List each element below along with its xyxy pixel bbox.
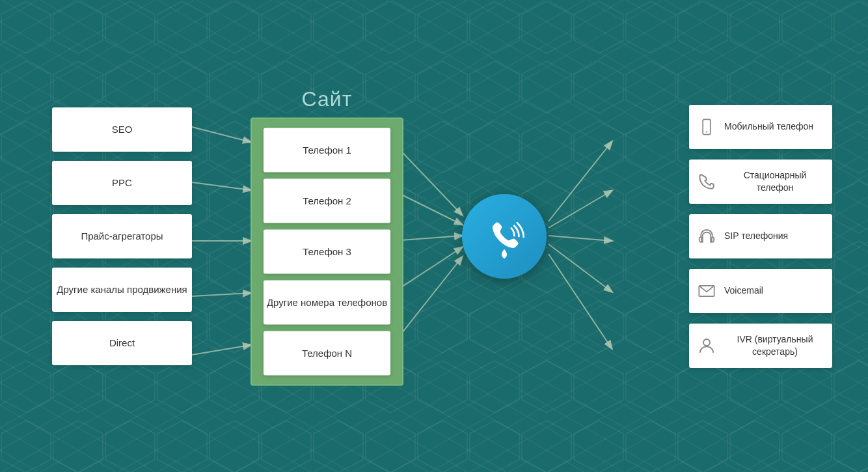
center-item-phone1: Телефон 1 [264,128,390,172]
person-icon [696,335,718,357]
right-item-landline: Стационарный телефон [689,160,832,204]
headset-icon [696,225,718,247]
svg-line-13 [549,244,612,292]
right-item-ivr: IVR (виртуальный секретарь) [689,324,832,368]
left-column: SEO PPC Прайс-агрегаторы Другие каналы п… [52,107,192,365]
site-box: Телефон 1 Телефон 2 Телефон 3 Другие ном… [251,117,403,385]
center-item-phoneN: Телефон N [264,331,390,375]
svg-line-3 [192,293,251,296]
center-item-other-phones: Другие номера телефонов [264,280,390,324]
left-item-ppc: PPC [52,161,192,205]
svg-rect-18 [711,237,712,242]
svg-line-4 [192,345,251,355]
center-item-phone3: Телефон 3 [264,229,390,273]
mail-icon [696,280,718,302]
mobile-phone-icon [696,116,718,138]
svg-line-12 [549,236,612,241]
right-item-sip: SIP телефония [689,214,832,258]
left-item-price: Прайс-агрегаторы [52,214,192,258]
right-item-voicemail: Voicemail [689,269,832,313]
svg-rect-17 [701,237,703,242]
phone-icon [481,213,528,260]
svg-line-1 [192,182,251,190]
landline-phone-icon [696,171,718,193]
center-column: Сайт Телефон 1 Телефон 2 Телефон 3 Други… [251,87,403,385]
right-column: Мобильный телефон Стационарный телефон S… [689,105,832,368]
center-item-phone2: Телефон 2 [264,178,390,223]
phone-circle-icon [462,194,547,279]
svg-point-16 [706,131,707,132]
right-item-mobile: Мобильный телефон [689,105,832,149]
site-label: Сайт [302,87,353,111]
svg-point-20 [703,339,710,346]
svg-line-10 [549,142,612,221]
left-item-other-channels: Другие каналы продвижения [52,268,192,312]
svg-line-11 [549,191,612,228]
svg-line-14 [549,254,612,348]
left-item-seo: SEO [52,107,192,152]
diagram-container: SEO PPC Прайс-агрегаторы Другие каналы п… [0,0,868,472]
svg-line-0 [192,127,251,142]
left-item-direct: Direct [52,321,192,365]
